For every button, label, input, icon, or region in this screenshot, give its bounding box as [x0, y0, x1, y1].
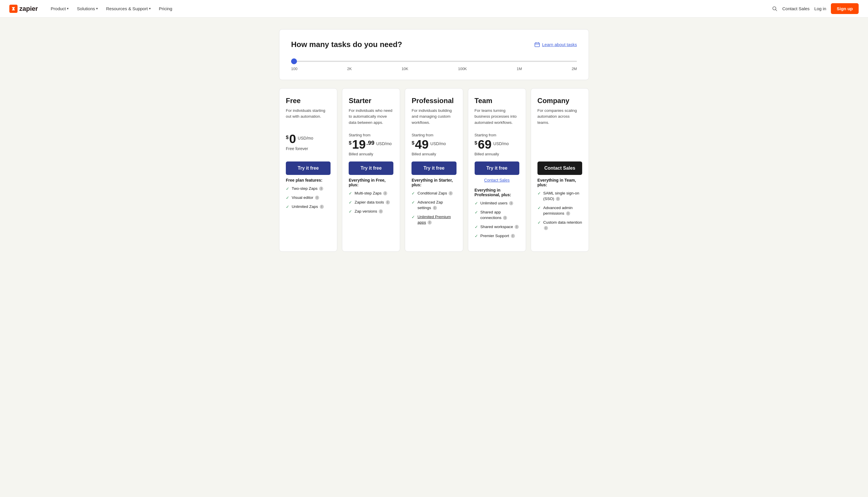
- calendar-icon: [535, 42, 540, 47]
- feature-two-step-zaps: ✓ Two-step Zaps i: [286, 186, 331, 191]
- check-icon: ✓: [286, 195, 289, 200]
- info-icon[interactable]: i: [383, 191, 387, 195]
- plan-card-company: Company For companies scaling automation…: [531, 88, 589, 252]
- info-icon[interactable]: i: [544, 226, 548, 230]
- info-icon[interactable]: i: [566, 211, 570, 215]
- login-link[interactable]: Log in: [814, 6, 826, 11]
- check-icon: ✓: [474, 210, 478, 215]
- price-main-free: 0: [289, 133, 296, 145]
- info-icon[interactable]: i: [433, 206, 437, 210]
- contact-sales-team-link[interactable]: Contact Sales: [474, 178, 519, 183]
- search-button[interactable]: [772, 6, 778, 12]
- check-icon: ✓: [537, 191, 541, 196]
- plan-price-starter: Starting from $ 19 .99 USD/mo Billed ann…: [349, 133, 394, 156]
- feature-saml-sso: ✓ SAML single sign-on (SSO) i: [537, 191, 582, 202]
- plan-card-team: Team For teams turning business processe…: [468, 88, 526, 252]
- info-icon[interactable]: i: [511, 234, 515, 238]
- feature-text: Zap versions i: [355, 209, 383, 214]
- info-icon[interactable]: i: [515, 225, 519, 229]
- price-period-professional: USD/mo: [430, 141, 446, 146]
- feature-unlimited-premium-apps: ✓ Unlimited Premium apps i: [412, 214, 456, 225]
- main-content: How many tasks do you need? Learn about …: [273, 17, 595, 264]
- price-main-professional: 49: [415, 138, 429, 151]
- feature-data-tools: ✓ Zapier data tools i: [349, 200, 394, 205]
- contact-company-button[interactable]: Contact Sales: [537, 161, 582, 175]
- check-icon: ✓: [537, 220, 541, 225]
- feature-text: Two-step Zaps i: [292, 186, 323, 191]
- tasks-slider[interactable]: [291, 61, 577, 62]
- nav-solutions[interactable]: Solutions ▾: [73, 4, 101, 13]
- pricing-cards: Free For individuals starting out with a…: [279, 88, 589, 252]
- starting-from-starter: Starting from: [349, 133, 394, 137]
- price-dollar-sign-starter: $: [349, 140, 351, 146]
- feature-text: Unlimited Premium apps i: [417, 214, 456, 225]
- free-label: Free forever: [286, 146, 331, 151]
- plan-desc-company: For companies scaling automation across …: [537, 108, 582, 128]
- feature-text: SAML single sign-on (SSO) i: [543, 191, 582, 202]
- plan-name-team: Team: [474, 97, 519, 105]
- billing-starter: Billed annually: [349, 152, 394, 156]
- chevron-down-icon: ▾: [67, 7, 69, 11]
- billing-team: Billed annually: [474, 152, 519, 156]
- info-icon[interactable]: i: [449, 191, 453, 195]
- starting-from-team: Starting from: [474, 133, 519, 137]
- slider-wrapper: 100 2K 10K 100K 1M 2M: [291, 58, 577, 71]
- price-cents-starter: .99: [366, 140, 374, 146]
- features-heading-professional: Everything in Starter, plus:: [412, 178, 456, 187]
- nav-pricing[interactable]: Pricing: [155, 4, 176, 13]
- slider-title: How many tasks do you need?: [291, 40, 402, 49]
- logo[interactable]: zapier: [9, 5, 38, 13]
- info-icon[interactable]: i: [386, 200, 390, 204]
- check-icon: ✓: [474, 233, 478, 238]
- check-icon: ✓: [349, 209, 352, 214]
- plan-desc-professional: For individuals building and managing cu…: [412, 108, 456, 128]
- zapier-logo-icon: [9, 5, 17, 13]
- feature-text: Conditional Zaps i: [417, 191, 453, 196]
- info-icon[interactable]: i: [556, 197, 560, 201]
- check-icon: ✓: [412, 215, 415, 219]
- feature-unlimited-users: ✓ Unlimited users i: [474, 201, 519, 206]
- feature-multi-step: ✓ Multi-step Zaps i: [349, 191, 394, 196]
- info-icon[interactable]: i: [319, 187, 323, 191]
- plan-card-free: Free For individuals starting out with a…: [279, 88, 337, 252]
- signup-button[interactable]: Sign up: [831, 3, 859, 14]
- info-icon[interactable]: i: [320, 205, 324, 209]
- contact-sales-nav[interactable]: Contact Sales: [782, 6, 810, 11]
- feature-text: Advanced admin permissions i: [543, 205, 582, 216]
- nav-product[interactable]: Product ▾: [47, 4, 72, 13]
- check-icon: ✓: [537, 205, 541, 210]
- check-icon: ✓: [286, 186, 289, 191]
- nav-resources[interactable]: Resources & Support ▾: [102, 4, 154, 13]
- chevron-down-icon: ▾: [96, 7, 98, 11]
- price-main-team: 69: [478, 138, 492, 151]
- feature-premier-support: ✓ Premier Support i: [474, 233, 519, 239]
- feature-unlimited-zaps: ✓ Unlimited Zaps i: [286, 204, 331, 210]
- slider-labels: 100 2K 10K 100K 1M 2M: [291, 67, 577, 71]
- check-icon: ✓: [412, 200, 415, 205]
- plan-desc-team: For teams turning business processes int…: [474, 108, 519, 128]
- feature-visual-editor: ✓ Visual editor i: [286, 195, 331, 201]
- info-icon[interactable]: i: [503, 216, 507, 220]
- try-starter-button[interactable]: Try it free: [349, 161, 394, 175]
- feature-text: Shared workspace i: [481, 224, 519, 230]
- plan-price-company: [537, 133, 582, 156]
- feature-text: Multi-step Zaps i: [355, 191, 387, 196]
- plan-price-free: $ 0 USD/mo Free forever: [286, 133, 331, 156]
- info-icon[interactable]: i: [428, 221, 432, 225]
- learn-tasks-link[interactable]: Learn about tasks: [535, 42, 577, 47]
- try-professional-button[interactable]: Try it free: [412, 161, 456, 175]
- billing-professional: Billed annually: [412, 152, 456, 156]
- check-icon: ✓: [474, 225, 478, 229]
- feature-shared-app-connections: ✓ Shared app connections i: [474, 210, 519, 221]
- nav-right: Contact Sales Log in Sign up: [772, 3, 859, 14]
- plan-name-professional: Professional: [412, 97, 456, 105]
- info-icon[interactable]: i: [509, 201, 513, 205]
- info-icon[interactable]: i: [315, 196, 319, 200]
- starting-from-professional: Starting from: [412, 133, 456, 137]
- try-free-button[interactable]: Try it free: [286, 161, 331, 175]
- info-icon[interactable]: i: [379, 209, 383, 213]
- try-team-button[interactable]: Try it free: [474, 161, 519, 175]
- feature-text: Premier Support i: [481, 233, 515, 239]
- feature-custom-data-retention: ✓ Custom data retention i: [537, 220, 582, 231]
- feature-text: Unlimited users i: [481, 201, 513, 206]
